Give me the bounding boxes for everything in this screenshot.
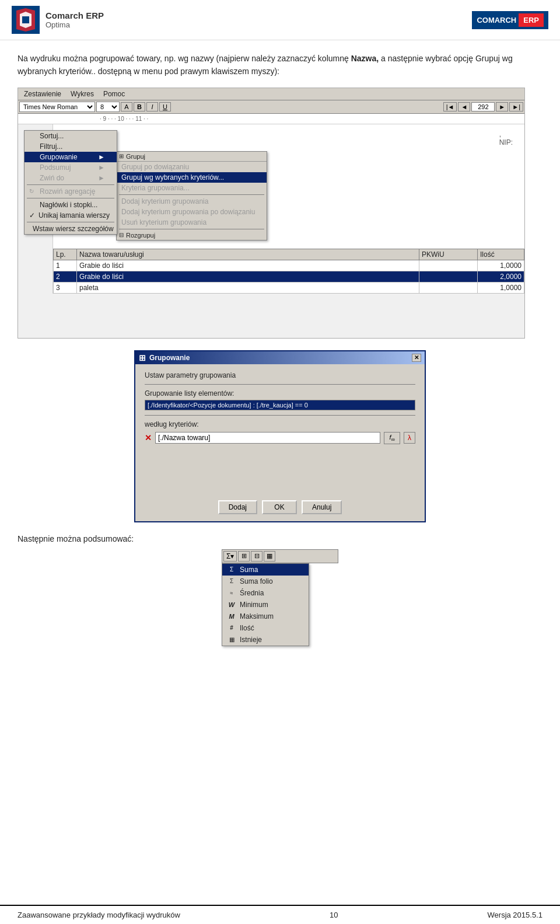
lambda-btn[interactable]: λ <box>404 432 415 444</box>
sum-menu-istnieje[interactable]: ▦ Istnieje <box>222 634 309 646</box>
table-header-row: Lp. Nazwa towaru/usługi PKWiU Ilość <box>54 249 524 260</box>
dodaj-btn[interactable]: Dodaj <box>218 500 257 514</box>
cell-name-2: Grabie do liści <box>77 271 419 282</box>
cell-name-1: Grabie do liści <box>77 260 419 271</box>
sum-menu[interactable]: Σ Suma Σ Suma folio ≈ Średnia W Minimum … <box>222 563 309 646</box>
cell-lp-3: 3 <box>54 282 77 293</box>
submenu-rozgrupuj[interactable]: ⊟ Rozgrupuj <box>117 231 267 240</box>
grid-btn-1[interactable]: ⊞ <box>238 551 250 562</box>
font-size-select[interactable]: 8 <box>96 102 120 112</box>
col-lp: Lp. <box>54 249 77 260</box>
sum-menu-ilosc[interactable]: # Ilość <box>222 622 309 634</box>
context-menu[interactable]: Sortuj... Filtruj... Grupowanie ► Podsum… <box>24 130 117 235</box>
grid-btn-2[interactable]: ⊟ <box>251 551 262 562</box>
svg-rect-3 <box>22 16 29 23</box>
menu-wykres[interactable]: Wykres <box>66 89 99 99</box>
report-toolbar: Times New Roman 8 A B I U |◄ ◄ ► ►| <box>18 100 524 114</box>
dialog-spacer <box>145 444 415 491</box>
brand-badge: COMARCH ERP <box>472 11 548 29</box>
sum-menu-minimum[interactable]: W Minimum <box>222 599 309 611</box>
separator-2 <box>27 198 114 198</box>
cell-name-3: paleta <box>77 282 419 293</box>
submenu-kryteria-grupowania[interactable]: Kryteria grupowania... <box>117 183 267 193</box>
menu-rozwin[interactable]: ↻ Rozwiń agregację <box>24 186 117 197</box>
grupowanie-dialog: ⊞ Grupowanie ✕ Ustaw parametry grupowani… <box>134 350 426 522</box>
ilosc-icon: # <box>227 623 236 633</box>
istnieje-icon: ▦ <box>227 635 236 644</box>
cell-lp-2: 2 <box>54 271 77 282</box>
font-select[interactable]: Times New Roman <box>19 102 95 112</box>
submenu-grupuj-powiazanie[interactable]: Grupuj po dowiązaniu <box>117 162 267 172</box>
anuluj-btn[interactable]: Anuluj <box>302 500 342 514</box>
nav-last-btn[interactable]: ►| <box>509 102 523 111</box>
sum-toolbar-btn[interactable]: Σ▾ <box>223 551 237 562</box>
suma-icon: Σ <box>227 565 236 574</box>
table-row: 3 paleta 1,0000 <box>54 282 524 293</box>
sum-menu-suma[interactable]: Σ Suma <box>222 564 309 576</box>
nav-prev-btn[interactable]: ◄ <box>458 102 470 111</box>
page-footer: Zaawansowane przykłady modyfikacji wydru… <box>0 905 560 924</box>
ruler: · 9 · · · 10 · · · 11 · · <box>18 114 524 124</box>
remove-criteria-btn[interactable]: ✕ <box>145 433 152 442</box>
submenu-usun-kryterium[interactable]: Usuń kryterium grupowania <box>117 217 267 228</box>
dialog-titlebar: ⊞ Grupowanie ✕ <box>135 351 425 364</box>
dialog-body: Ustaw parametry grupowania Grupowanie li… <box>135 364 425 521</box>
table-row: 1 Grabie do liści 1,0000 <box>54 260 524 271</box>
menu-zestawienie[interactable]: Zestawienie <box>19 89 66 99</box>
submenu-grupuj-kryteria[interactable]: Grupuj wg wybranych kryteriów... <box>117 172 267 183</box>
logo-area: Comarch ERP Optima <box>12 6 104 34</box>
submenu-grupowanie[interactable]: ⊞ Grupuj Grupuj po dowiązaniu Grupuj wg … <box>116 151 267 240</box>
bold-btn[interactable]: B <box>134 102 145 111</box>
menu-grupowanie[interactable]: Grupowanie ► <box>24 152 117 162</box>
table-row: 2 Grabie do liści 2,0000 <box>54 271 524 282</box>
submenu-grupuj-header: ⊞ Grupuj <box>117 152 267 162</box>
menu-sortuj[interactable]: Sortuj... <box>24 131 117 141</box>
page-number-input[interactable] <box>471 102 495 111</box>
srednia-icon: ≈ <box>227 588 236 598</box>
cell-ilosc-3: 1,0000 <box>478 282 524 293</box>
nav-next-btn[interactable]: ► <box>496 102 508 111</box>
main-content: Na wydruku można pogrupować towary, np. … <box>0 40 560 664</box>
submenu-sep-1 <box>119 194 264 195</box>
cell-ilosc-2: 2,0000 <box>478 271 524 282</box>
font-color-btn[interactable]: A <box>121 102 132 111</box>
dialog-divider-1 <box>145 384 415 385</box>
menu-unikaj[interactable]: ✓ Unikaj łamania wierszy <box>24 210 117 221</box>
footer-right: Wersja 2015.5.1 <box>488 911 542 919</box>
nip-area: , NIP: <box>499 130 513 147</box>
sum-menu-maksimum[interactable]: M Maksimum <box>222 611 309 622</box>
dialog-title-text: ⊞ Grupowanie <box>139 353 190 362</box>
italic-btn[interactable]: I <box>146 102 158 111</box>
menu-zwin[interactable]: Zwiń do ► <box>24 173 117 183</box>
sum-menu-suma-folio[interactable]: Σ Suma folio <box>222 576 309 587</box>
grid-btn-3[interactable]: ▦ <box>264 551 275 562</box>
menu-naglowki[interactable]: Nagłówki i stopki... <box>24 200 117 210</box>
menu-wstaw[interactable]: Wstaw wiersz szczegółów <box>24 224 117 234</box>
menu-pomoc[interactable]: Pomoc <box>99 89 130 99</box>
dialog-buttons: Dodaj OK Anuluj <box>145 500 415 514</box>
criteria-row: ✕ f∞ λ <box>145 432 415 444</box>
intro-paragraph: Na wydruku można pogrupować towary, np. … <box>18 52 542 78</box>
criteria-input[interactable] <box>155 432 380 444</box>
submenu-sep-2 <box>119 229 264 229</box>
submenu-dodaj-kryterium[interactable]: Dodaj kryterium grupowania <box>117 196 267 207</box>
function-btn[interactable]: f∞ <box>384 432 400 444</box>
menubar: Zestawienie Wykres Pomoc <box>18 88 524 100</box>
group-expr-field: [./Identyfikator/<Pozycje dokumentu] : [… <box>145 400 415 410</box>
dialog-icon: ⊞ <box>139 353 146 362</box>
suma-folio-icon: Σ <box>227 577 236 586</box>
sum-menu-srednia[interactable]: ≈ Średnia <box>222 587 309 599</box>
cell-pkwiu-3 <box>419 282 478 293</box>
dialog-container: ⊞ Grupowanie ✕ Ustaw parametry grupowani… <box>134 350 426 522</box>
separator-3 <box>27 222 114 222</box>
menu-podsumuj[interactable]: Podsumuj ► <box>24 162 117 173</box>
cell-lp-1: 1 <box>54 260 77 271</box>
dialog-close-btn[interactable]: ✕ <box>412 354 421 362</box>
submenu-dodaj-kryterium-pow[interactable]: Dodaj kryterium grupowania po dowiązaniu <box>117 207 267 217</box>
underline-btn[interactable]: U <box>159 102 171 111</box>
nav-first-btn[interactable]: |◄ <box>443 102 457 111</box>
menu-filtruj[interactable]: Filtruj... <box>24 141 117 152</box>
dialog-divider-2 <box>145 415 415 416</box>
ok-btn[interactable]: OK <box>262 500 297 514</box>
cell-pkwiu-2 <box>419 271 478 282</box>
